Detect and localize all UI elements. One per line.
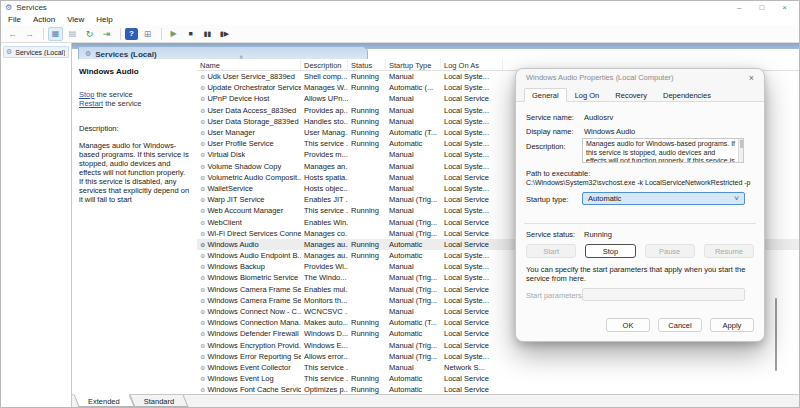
- tab-log-on[interactable]: Log On: [567, 88, 608, 102]
- forward-icon[interactable]: →: [22, 27, 37, 41]
- service-row[interactable]: ⚙Windows Event Collector This service ..…: [197, 362, 799, 373]
- service-logon-cell: Local Service: [441, 341, 503, 350]
- service-startup-cell: Manual: [386, 117, 441, 126]
- service-name: Windows Font Cache Service: [207, 385, 301, 394]
- service-description-cell: Hosts spatia...: [301, 173, 348, 182]
- service-startup-cell: Manual: [386, 184, 441, 193]
- service-status-cell: Running: [348, 139, 386, 148]
- service-row[interactable]: ⚙Windows Event Log This service ... Runn…: [197, 373, 799, 384]
- service-gear-icon: ⚙: [200, 263, 205, 270]
- close-icon[interactable]: ×: [782, 1, 787, 14]
- startup-type-select[interactable]: Automatic ˅: [582, 192, 745, 205]
- startup-type-label: Startup type:: [526, 195, 569, 204]
- minimize-icon[interactable]: –: [737, 1, 741, 14]
- service-logon-cell: Local Syste...: [441, 262, 503, 271]
- service-gear-icon: ⚙: [200, 319, 205, 326]
- service-gear-icon: ⚙: [200, 107, 205, 114]
- restart-service-link[interactable]: Restart: [79, 99, 103, 108]
- service-name: Windows Camera Frame Se...: [207, 296, 301, 305]
- tab-dependencies[interactable]: Dependencies: [655, 88, 719, 102]
- task-pane: Windows Audio Stop the service Restart t…: [72, 59, 197, 394]
- resume-button[interactable]: Resume: [704, 244, 754, 258]
- properties-icon[interactable]: ▤: [65, 27, 80, 41]
- ok-button[interactable]: OK: [606, 318, 650, 332]
- service-startup-cell: Manual: [386, 307, 441, 316]
- service-row[interactable]: ⚙Windows Font Cache Service Optimizes p.…: [197, 384, 799, 394]
- stop-service-icon[interactable]: ■: [183, 27, 198, 41]
- column-header-description[interactable]: Description: [301, 59, 348, 70]
- dialog-close-icon[interactable]: ×: [749, 73, 754, 83]
- service-name: Windows Connection Mana...: [207, 318, 301, 327]
- service-gear-icon: ⚙: [200, 95, 205, 102]
- tree-item-services-local[interactable]: ⚙ Services (Local): [3, 46, 69, 58]
- service-gear-icon: ⚙: [200, 84, 205, 91]
- description-label: Description:: [79, 124, 191, 133]
- menu-view[interactable]: View: [67, 15, 84, 24]
- service-gear-icon: ⚙: [200, 353, 205, 360]
- service-gear-icon: ⚙: [200, 274, 205, 281]
- service-name: User Data Access_8839ed: [207, 106, 296, 115]
- help-icon[interactable]: ?: [125, 28, 138, 40]
- cancel-button[interactable]: Cancel: [658, 318, 702, 332]
- refresh-icon[interactable]: ↻: [82, 27, 97, 41]
- service-startup-cell: Manual: [386, 173, 441, 182]
- maximize-icon[interactable]: □: [759, 1, 764, 14]
- console-tree-icon[interactable]: ▦: [48, 27, 63, 41]
- export-list-icon[interactable]: ⇥: [99, 27, 114, 41]
- start-service-icon[interactable]: ▶: [166, 27, 181, 41]
- service-name: Windows Encryption Provid...: [207, 341, 301, 350]
- menu-help[interactable]: Help: [96, 15, 112, 24]
- service-gear-icon: ⚙: [200, 330, 205, 337]
- service-startup-cell: Automatic: [386, 251, 441, 260]
- column-header-log-on-as[interactable]: Log On As: [441, 59, 503, 70]
- service-logon-cell: Local Syste...: [441, 117, 503, 126]
- pause-button[interactable]: Pause: [645, 244, 695, 258]
- service-description-cell: This service ...: [301, 139, 348, 148]
- gear-icon: ⚙: [85, 50, 91, 58]
- column-header-startup-type[interactable]: Startup Type: [386, 59, 441, 70]
- service-description-cell: Handles sto...: [301, 117, 348, 126]
- service-logon-cell: Local Service: [441, 374, 503, 383]
- vertical-scrollbar[interactable]: [775, 298, 777, 371]
- view-table-icon[interactable]: ⊞: [140, 27, 155, 41]
- restart-service-icon[interactable]: ▮▶: [217, 27, 232, 41]
- tab-extended[interactable]: Extended: [76, 395, 132, 407]
- description-box[interactable]: Manages audio for Windows-based programs…: [582, 138, 744, 163]
- service-startup-cell: Manual: [386, 206, 441, 215]
- start-parameters-input[interactable]: [582, 288, 745, 301]
- tab-recovery[interactable]: Recovery: [607, 88, 655, 102]
- menu-file[interactable]: File: [8, 15, 21, 24]
- service-name: User Data Storage_8839ed: [207, 117, 298, 126]
- menu-bar: File Action View Help: [1, 14, 799, 25]
- sort-ascending-icon: ∧: [239, 53, 243, 60]
- toolbar: ← → ▦ ▤ ↻ ⇥ ? ⊞ ▶ ■ ▮▮ ▮▶: [1, 25, 799, 43]
- tab-standard[interactable]: Standard: [132, 395, 186, 407]
- general-tab-page: Service name: Audiosrv Display name: Win…: [516, 101, 764, 341]
- service-gear-icon: ⚙: [200, 219, 205, 226]
- tab-general[interactable]: General: [524, 88, 567, 102]
- stop-button[interactable]: Stop: [585, 244, 635, 258]
- divider: [524, 223, 756, 224]
- apply-button[interactable]: Apply: [710, 318, 754, 332]
- pause-service-icon[interactable]: ▮▮: [200, 27, 215, 41]
- title-bar: ⚙ Services – □ ×: [1, 1, 799, 14]
- service-row[interactable]: ⚙Windows Error Reporting Se... Allows er…: [197, 351, 799, 362]
- menu-action[interactable]: Action: [33, 15, 55, 24]
- service-description-cell: This service ...: [301, 374, 348, 383]
- view-tabs: Extended Standard: [72, 394, 799, 407]
- service-name: WalletService: [207, 184, 253, 193]
- service-startup-cell: Manual: [386, 94, 441, 103]
- service-name: Windows Connect Now - C...: [207, 307, 301, 316]
- column-header-status[interactable]: Status: [348, 59, 386, 70]
- service-status-cell: Running: [348, 329, 386, 338]
- toolbar-separator: [43, 28, 44, 40]
- column-header-name[interactable]: Name ∧: [197, 59, 301, 70]
- service-gear-icon: ⚙: [200, 308, 205, 315]
- description-scrollbar[interactable]: [738, 139, 743, 162]
- service-logon-cell: Local Syste...: [441, 128, 503, 137]
- service-description-cell: Windows D...: [301, 329, 348, 338]
- service-logon-cell: Local Service: [441, 229, 503, 238]
- start-button[interactable]: Start: [526, 244, 576, 258]
- stop-service-link[interactable]: Stop: [79, 90, 94, 99]
- back-icon[interactable]: ←: [5, 27, 20, 41]
